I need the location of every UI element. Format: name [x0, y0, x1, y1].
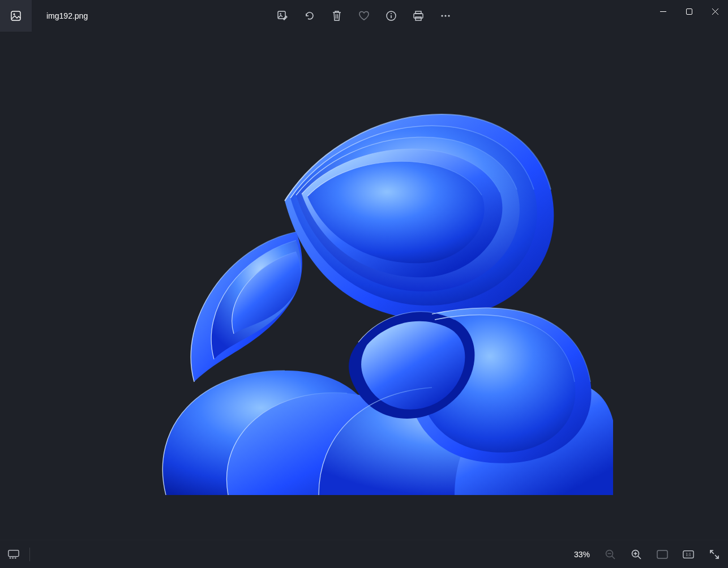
- more-button[interactable]: [440, 10, 451, 21]
- svg-point-5: [391, 13, 392, 14]
- svg-rect-8: [416, 17, 421, 20]
- edit-image-button[interactable]: [277, 10, 288, 21]
- titlebar: img192.png: [0, 0, 728, 32]
- print-button[interactable]: [413, 10, 424, 21]
- fullscreen-icon: [709, 549, 720, 560]
- svg-rect-19: [657, 550, 667, 558]
- image-viewer[interactable]: [0, 32, 728, 540]
- print-icon: [413, 10, 424, 21]
- svg-rect-16: [15, 557, 16, 558]
- maximize-button[interactable]: [676, 0, 702, 23]
- rotate-icon: [304, 10, 315, 21]
- fit-window-icon: [657, 550, 668, 559]
- maximize-icon: [686, 8, 692, 15]
- delete-button[interactable]: [331, 10, 342, 21]
- svg-point-11: [448, 15, 449, 16]
- svg-point-10: [444, 15, 446, 16]
- displayed-image: [115, 76, 613, 495]
- svg-point-1: [13, 13, 15, 15]
- zoom-out-button[interactable]: [605, 549, 616, 560]
- svg-point-9: [441, 15, 443, 16]
- svg-text:1:1: 1:1: [686, 553, 691, 557]
- info-button[interactable]: [386, 10, 397, 21]
- svg-rect-0: [11, 11, 20, 20]
- bottom-right-controls: 33% 1:1: [574, 549, 720, 560]
- bottom-bar: 33% 1:1: [0, 540, 728, 568]
- svg-rect-15: [12, 557, 14, 558]
- actual-size-icon: 1:1: [683, 550, 694, 559]
- zoom-percent-label[interactable]: 33%: [574, 550, 590, 559]
- filmstrip-icon: [8, 549, 19, 560]
- rotate-button[interactable]: [304, 10, 315, 21]
- edit-image-icon: [277, 10, 288, 21]
- svg-rect-13: [8, 550, 19, 556]
- app-icon[interactable]: [0, 0, 32, 32]
- zoom-out-icon: [605, 549, 616, 560]
- fullscreen-button[interactable]: [709, 549, 720, 560]
- filename-label: img192.png: [46, 11, 88, 20]
- fit-to-window-button[interactable]: [657, 549, 668, 560]
- svg-rect-12: [686, 8, 692, 14]
- image-canvas: [0, 32, 728, 540]
- close-button[interactable]: [702, 0, 728, 23]
- filmstrip-toggle-button[interactable]: [8, 549, 19, 560]
- photos-app-icon: [10, 10, 22, 21]
- zoom-in-icon: [631, 549, 642, 560]
- more-icon: [440, 10, 451, 21]
- heart-icon: [358, 10, 370, 21]
- window-controls: [650, 0, 728, 23]
- bottom-left-controls: [8, 548, 30, 561]
- info-icon: [386, 10, 397, 21]
- zoom-in-button[interactable]: [631, 549, 642, 560]
- trash-icon: [332, 10, 342, 21]
- svg-point-3: [280, 13, 281, 15]
- minimize-button[interactable]: [650, 0, 676, 23]
- svg-rect-14: [10, 557, 11, 558]
- minimize-icon: [660, 8, 666, 15]
- actual-size-button[interactable]: 1:1: [683, 549, 694, 560]
- close-icon: [712, 8, 718, 15]
- center-toolbar: [277, 10, 451, 21]
- favorite-button[interactable]: [358, 10, 370, 21]
- divider: [29, 548, 30, 561]
